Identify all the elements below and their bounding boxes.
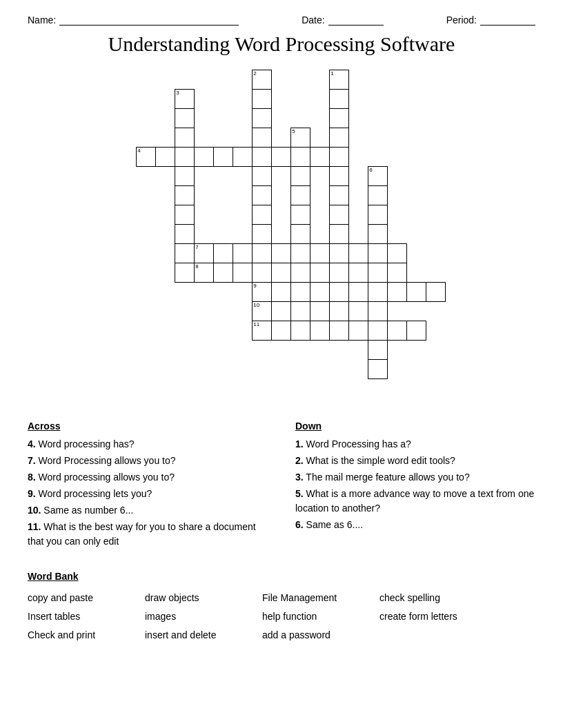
word-bank-item: create form letters [379,607,497,626]
clue-across-9: 9. Word processing lets you? [28,487,268,501]
period-label: Period: [446,14,477,26]
page-title: Understanding Word Processing Software [28,32,535,56]
word-bank-item: copy and paste [28,589,145,607]
clue-across-11: 11. What is the best way for you to shar… [28,520,268,549]
crossword-grid: 2135467891011 [117,70,446,398]
word-bank-item: Insert tables [28,607,145,626]
clue-across-10: 10. Same as number 6... [28,503,268,518]
header: Name: Date: Period: [28,14,535,26]
clue-down-6: 6. Same as 6.... [295,518,535,532]
word-bank-item: draw objects [145,589,262,607]
word-bank-item: File Management [262,589,379,607]
clues-section: Across 4. Word processing has? 7. Word P… [28,419,535,551]
word-bank-item: images [145,607,262,626]
date-field: Date: [302,14,383,26]
clue-down-3: 3. The mail merge feature allows you to? [295,470,535,485]
period-line [480,14,535,26]
word-bank-item: check spelling [379,589,497,607]
word-bank-grid: copy and paste draw objects File Managem… [28,589,535,645]
clue-across-4: 4. Word processing has? [28,437,268,452]
date-line [328,14,384,26]
crossword-container: 2135467891011 [28,70,535,398]
across-title: Across [28,419,268,434]
word-bank-item: Check and print [28,626,145,645]
name-label: Name: [28,14,56,26]
word-bank-item [379,626,497,645]
word-bank-item: help function [262,607,379,626]
word-bank-item: add a password [262,626,379,645]
word-bank-item: insert and delete [145,626,262,645]
date-label: Date: [302,14,324,26]
period-field: Period: [446,14,535,26]
clue-across-7: 7. Word Processing allows you to? [28,454,268,468]
clue-across-8: 8. Word processing allows you to? [28,470,268,485]
clue-down-1: 1. Word Processing has a? [295,437,535,452]
word-bank-title: Word Bank [28,568,535,585]
name-line [59,14,239,26]
word-bank-section: Word Bank copy and paste draw objects Fi… [28,568,535,645]
clue-down-2: 2. What is the simple word edit tools? [295,454,535,468]
crossword: 2135467891011 [117,70,446,398]
down-clues: Down 1. Word Processing has a? 2. What i… [295,419,535,551]
across-clues: Across 4. Word processing has? 7. Word P… [28,419,268,551]
name-field: Name: [28,14,239,26]
clue-down-5: 5. What is a more advance way to move a … [295,487,535,516]
down-title: Down [295,419,535,434]
